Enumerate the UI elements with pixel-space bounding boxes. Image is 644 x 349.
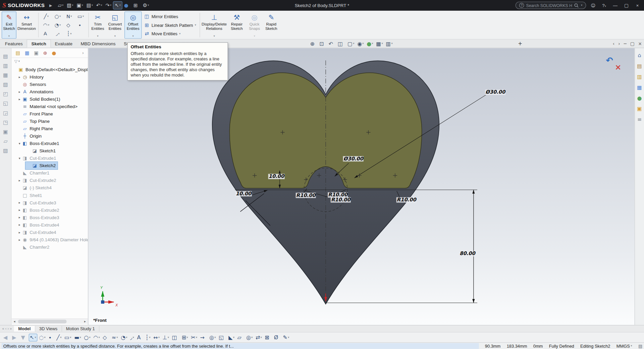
chamfer-icon[interactable]: ◣ ▾ <box>228 334 235 341</box>
tree-item[interactable]: ◪ Sketch1 <box>25 147 57 154</box>
cancel-sketch-corner-icon[interactable]: × <box>615 62 621 71</box>
scene-icon[interactable]: ▦ ▾ <box>376 41 383 47</box>
zoom-fit-icon[interactable]: ⊕ ▾ <box>310 41 316 47</box>
copy-icon[interactable]: ▥ <box>3 62 8 68</box>
tree-item[interactable]: ◧ Boss-Extrude4 <box>16 221 61 229</box>
tree-item[interactable]: ▣ Solid Bodies(1) <box>16 95 62 103</box>
hide-show-items-icon[interactable]: ◉ ▾ <box>357 41 364 47</box>
dim-r10-3[interactable]: R10.00 <box>331 197 351 203</box>
tree-item[interactable]: ▱ Top Plane <box>16 117 51 125</box>
line-tool-icon[interactable]: ╱ ▾ <box>41 12 52 21</box>
tree-item[interactable]: ◪ Sketch2 <box>25 162 57 169</box>
open-icon[interactable]: ▨ ▾ <box>66 2 75 9</box>
tree-item[interactable]: ◉ 9/64 (0.14063) Diameter Hole2 <box>16 236 89 243</box>
display-style-icon[interactable]: ▢ ▾ <box>347 41 355 47</box>
tree-horizontal-scrollbar[interactable]: ◂ ▸ <box>11 318 88 324</box>
centerline-tool-icon[interactable]: ┆ ▾ <box>64 30 75 38</box>
exit-sketch-button[interactable]: ✎ Exit Sketch ▾ <box>2 11 16 39</box>
expand-arrow[interactable] <box>17 215 21 219</box>
menu-expand-arrow[interactable]: ▶ <box>47 3 54 7</box>
resources-icon[interactable]: ⌂ <box>638 52 641 58</box>
filter-icon[interactable]: ▼ ▾ <box>20 334 28 341</box>
dim-r10-1[interactable]: R10.00 <box>296 193 316 198</box>
grid-system-icon[interactable]: ⊞ ▾ <box>132 2 141 9</box>
repair-sketch-button[interactable]: ⚒ Repair Sketch <box>227 11 246 39</box>
select-filter-icon[interactable]: ◲ <box>3 110 8 116</box>
help-search-box[interactable]: ? ▾ <box>516 2 586 9</box>
mirror-entities-button[interactable]: ◫ Mirror Entities ▾ <box>144 12 196 20</box>
offset-entities-button[interactable]: ◎ Offset Entities ▾ <box>124 11 142 39</box>
move-icon[interactable]: ⇄ ▾ <box>255 334 263 341</box>
file-explorer-icon[interactable]: ▥ <box>637 73 642 80</box>
options-icon[interactable]: ⚙ ▾ <box>142 2 150 9</box>
centerline-icon[interactable]: ┆ ▾ <box>145 334 151 341</box>
rectangle-icon[interactable]: ▭ ▾ <box>64 334 72 341</box>
slot-icon[interactable]: ▬ ▾ <box>73 334 82 341</box>
tree-item[interactable]: ◧ Boss-Extrude1 <box>16 140 61 147</box>
expand-arrow[interactable] <box>17 142 21 145</box>
forum-icon[interactable]: ≡ <box>637 116 642 122</box>
doc-next-icon[interactable]: › <box>618 41 620 46</box>
ellipse-icon[interactable]: ◔ ▾ <box>120 334 128 341</box>
commandmanager-tab[interactable]: MBD Dimensions <box>76 40 120 48</box>
graphics-area[interactable]: X Y Ø30.00 Ø30.00 10.00 10.00 R10.00 R10… <box>88 48 635 325</box>
arc-icon[interactable]: ◠ ▾ <box>93 334 101 341</box>
polygon-tool-icon[interactable]: ◇ ▾ <box>64 21 75 30</box>
doc-minimize-icon[interactable]: ─ <box>624 41 627 46</box>
tree-item[interactable]: ◨ Cut-Extrude1 <box>16 154 58 162</box>
paste-icon[interactable]: ▦ <box>3 72 8 78</box>
expand-arrow[interactable] <box>17 179 21 182</box>
tree-item[interactable]: ◣ Chamfer1 <box>16 169 51 177</box>
tree-item[interactable]: ▣ Body (Default<<Default>_Display Sta <box>11 66 88 73</box>
commandmanager-tab[interactable]: Sketch <box>27 40 51 48</box>
dim-10-lower[interactable]: 10.00 <box>235 191 252 196</box>
scroll-left-icon[interactable]: ◂ <box>11 319 17 323</box>
user-account-icon[interactable]: ☺ <box>589 3 597 8</box>
new-doc-icon[interactable]: ▱ ▾ <box>57 2 65 9</box>
magnify-icon[interactable]: ◳ <box>3 119 8 125</box>
filter-funnel-icon[interactable]: ▽ <box>14 59 17 63</box>
tree-item[interactable]: ◪ (-) Sketch4 <box>16 184 53 192</box>
featuremanager-tab-icon[interactable]: ▤ <box>16 50 20 56</box>
select-arrow-icon[interactable]: ↖ ▾ <box>29 334 37 341</box>
line-icon[interactable]: ╱ ▾ <box>56 334 62 341</box>
lasso-select-icon[interactable]: ◌ ▾ <box>38 334 46 341</box>
convert-entities-button[interactable]: ◱ Convert Entities ▾ <box>106 11 124 39</box>
tree-item[interactable]: ◨ Cut-Extrude3 <box>16 199 58 206</box>
expand-arrow[interactable] <box>17 97 21 101</box>
help-button[interactable]: ?▾ <box>600 3 608 8</box>
redo-icon[interactable]: ↷ ▾ <box>104 2 113 9</box>
text-icon[interactable]: A ▾ <box>136 334 143 341</box>
dock-prev-icon[interactable]: ◀ ▾ <box>2 334 10 341</box>
configurationmanager-tab-icon[interactable]: ▣ <box>34 50 39 56</box>
sphere-icon[interactable]: ● ▾ <box>123 2 131 9</box>
view-settings-icon[interactable]: ▥ ▾ <box>386 41 393 47</box>
polygon-icon[interactable]: ◇ ▾ <box>102 334 110 341</box>
view-tab[interactable]: 3D Views <box>35 326 62 332</box>
tree-item[interactable]: ◨ Cut-Extrude4 <box>16 229 58 236</box>
save-icon[interactable]: ▣ ▾ <box>75 2 85 9</box>
tab-last-icon[interactable]: » <box>10 327 12 331</box>
tree-item[interactable]: ≡ Material <not specified> <box>16 103 79 110</box>
doc-prev-icon[interactable]: ‹ <box>613 41 614 46</box>
expand-arrow[interactable] <box>17 90 21 94</box>
measure-icon[interactable]: Ø ▾ <box>273 334 281 341</box>
doc-restore-icon[interactable]: ▢ <box>630 41 635 46</box>
view-tab[interactable]: Motion Study 1 <box>62 326 99 332</box>
move-entities-button[interactable]: ⇄ Move Entities ▾ <box>144 30 196 38</box>
expand-arrow[interactable] <box>17 230 21 234</box>
doc-icon[interactable]: ▧ <box>3 81 8 87</box>
dim-10-upper[interactable]: 10.00 <box>268 174 285 179</box>
tree-item[interactable]: ┼ Origin <box>16 132 43 140</box>
rapid-sketch-icon[interactable]: ✎ ▾ <box>282 334 290 341</box>
tree-item[interactable]: ◨ Cut-Extrude2 <box>16 177 58 184</box>
layers-icon[interactable]: ◰ <box>3 91 8 97</box>
view-palette-icon[interactable]: ▦ <box>637 84 642 90</box>
relations-icon[interactable]: ⊥ ▾ <box>162 334 170 341</box>
manager-pane-expand-icon[interactable]: › <box>82 51 84 55</box>
commandmanager-tab[interactable]: Features <box>1 40 27 48</box>
pattern-icon[interactable]: ⊞ ▾ <box>181 334 189 341</box>
tree-item[interactable]: ▱ Front Plane <box>16 110 55 117</box>
expand-arrow[interactable] <box>17 238 21 241</box>
view-tab[interactable]: Model <box>14 326 35 332</box>
